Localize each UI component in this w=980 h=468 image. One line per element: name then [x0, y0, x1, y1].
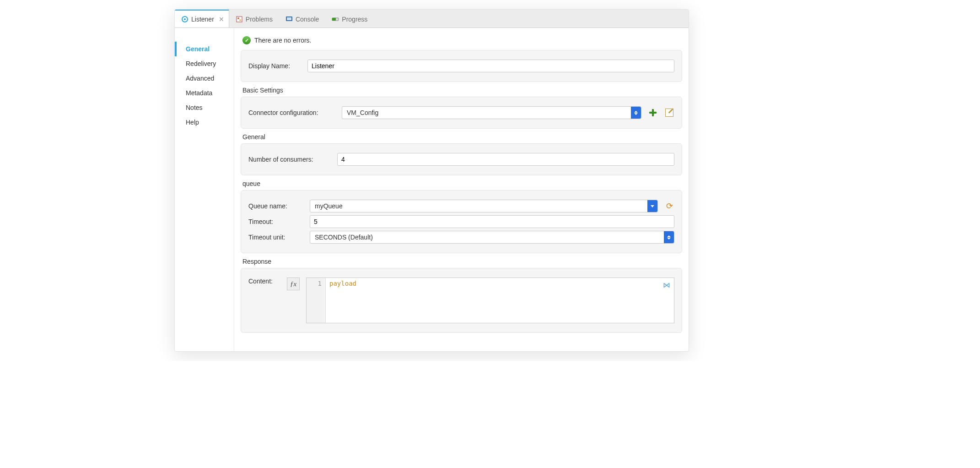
- console-icon: [285, 16, 293, 23]
- sidebar: General Redelivery Advanced Metadata Not…: [175, 28, 234, 351]
- svg-rect-2: [237, 16, 242, 22]
- tab-label: Listener: [191, 16, 214, 23]
- timeout-input[interactable]: [310, 215, 674, 228]
- timeout-unit-value: SECONDS (Default): [315, 234, 373, 241]
- tab-bar: Listener ✕ Problems Console Progress: [175, 10, 689, 28]
- check-icon: ✓: [242, 36, 251, 44]
- section-title-general: General: [242, 133, 680, 141]
- connector-config-select[interactable]: VM_Config: [342, 106, 641, 119]
- group-queue: Queue name: myQueue ⟳ Timeout: Timeout u…: [241, 190, 682, 253]
- queue-refresh-button[interactable]: ⟳: [664, 201, 674, 211]
- group-response: Content: ƒx 1 payload ⋈: [241, 268, 682, 333]
- chevron-updown-icon: [664, 231, 674, 243]
- timeout-label: Timeout:: [248, 218, 303, 225]
- tab-problems[interactable]: Problems: [229, 10, 279, 27]
- timeout-unit-select[interactable]: SECONDS (Default): [310, 231, 674, 244]
- problems-icon: [236, 16, 243, 23]
- timeout-unit-label: Timeout unit:: [248, 234, 303, 241]
- connector-config-value: VM_Config: [347, 109, 378, 116]
- display-name-input[interactable]: [307, 60, 674, 72]
- section-title-response: Response: [242, 258, 680, 265]
- sidebar-item-metadata[interactable]: Metadata: [175, 86, 234, 100]
- status-message: There are no errors.: [254, 37, 312, 44]
- connector-config-label: Connector configuration:: [248, 109, 335, 116]
- display-name-label: Display Name:: [248, 62, 301, 70]
- section-title-queue: queue: [242, 180, 680, 187]
- plus-icon: [649, 109, 657, 116]
- svg-point-4: [239, 19, 241, 21]
- sidebar-item-advanced[interactable]: Advanced: [175, 71, 234, 86]
- group-general: Number of consumers:: [241, 143, 682, 175]
- svg-rect-6: [287, 17, 291, 20]
- queue-name-value: myQueue: [315, 202, 343, 210]
- main-panel: ✓ There are no errors. Display Name: Bas…: [234, 28, 689, 351]
- tab-listener[interactable]: Listener ✕: [175, 9, 229, 27]
- tab-label: Problems: [246, 16, 273, 23]
- tab-label: Progress: [342, 16, 367, 23]
- tab-label: Console: [296, 16, 319, 23]
- sidebar-item-redelivery[interactable]: Redelivery: [175, 56, 234, 71]
- group-display-name: Display Name:: [241, 50, 682, 82]
- editor-code: payload: [329, 280, 356, 287]
- sidebar-item-help[interactable]: Help: [175, 115, 234, 130]
- chevron-updown-icon: [631, 107, 641, 119]
- tab-progress[interactable]: Progress: [325, 10, 374, 27]
- num-consumers-input[interactable]: [337, 153, 674, 166]
- section-title-basic: Basic Settings: [242, 87, 680, 94]
- progress-icon: [332, 16, 339, 23]
- editor-gutter: 1: [307, 278, 326, 323]
- content-editor[interactable]: 1 payload ⋈: [306, 278, 674, 323]
- svg-rect-8: [332, 18, 336, 21]
- status-row: ✓ There are no errors.: [241, 34, 682, 50]
- fx-button[interactable]: ƒx: [287, 278, 300, 290]
- queue-name-label: Queue name:: [248, 202, 303, 210]
- chevron-down-icon: [647, 200, 657, 212]
- close-icon[interactable]: ✕: [219, 16, 224, 23]
- edit-config-button[interactable]: [664, 108, 674, 118]
- refresh-icon: ⟳: [666, 201, 673, 211]
- sidebar-item-general[interactable]: General: [175, 42, 234, 56]
- svg-point-3: [237, 17, 239, 19]
- tab-console[interactable]: Console: [279, 10, 325, 27]
- add-config-button[interactable]: [648, 108, 658, 118]
- svg-point-1: [184, 18, 186, 20]
- sidebar-item-notes[interactable]: Notes: [175, 100, 234, 115]
- num-consumers-label: Number of consumers:: [248, 156, 331, 163]
- dataweave-icon[interactable]: ⋈: [663, 281, 670, 289]
- listener-config-window: Listener ✕ Problems Console Progress Gen…: [174, 9, 689, 352]
- listener-icon: [181, 16, 188, 23]
- group-basic-settings: Connector configuration: VM_Config: [241, 97, 682, 129]
- content-label: Content:: [248, 278, 280, 285]
- queue-name-select[interactable]: myQueue: [310, 200, 658, 212]
- edit-icon: [665, 109, 673, 117]
